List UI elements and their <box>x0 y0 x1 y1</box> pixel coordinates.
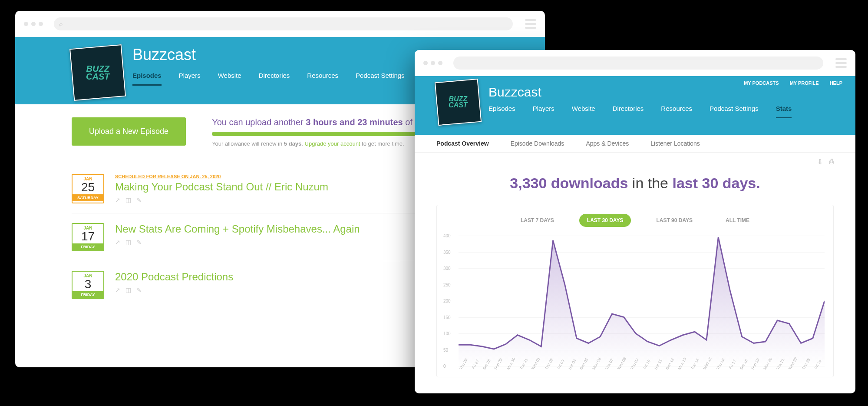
y-tick-label: 150 <box>443 315 451 319</box>
browser-titlebar <box>415 50 855 76</box>
share-icon[interactable]: ↗ <box>115 239 120 246</box>
y-tick-label: 100 <box>443 331 451 336</box>
subtab-episode-downloads[interactable]: Episode Downloads <box>511 140 564 147</box>
downloads-chart-card: LAST 7 DAYS LAST 30 DAYS LAST 90 DAYS AL… <box>436 205 834 377</box>
upgrade-link[interactable]: Upgrade your account <box>305 140 360 147</box>
tab-podcast-settings[interactable]: Podcast Settings <box>710 105 759 118</box>
stats-headline: 3,330 downloads in the last 30 days. <box>415 166 855 205</box>
window-dot[interactable] <box>24 22 28 26</box>
tab-episodes[interactable]: Episodes <box>488 105 515 118</box>
date-day: 17 <box>73 230 103 243</box>
headline-range: last 30 days. <box>672 175 760 191</box>
browser-titlebar: ⌕ <box>15 11 545 37</box>
edit-icon[interactable]: ✎ <box>136 196 142 203</box>
edit-icon[interactable]: ✎ <box>136 286 142 293</box>
tab-stats[interactable]: Stats <box>776 105 792 118</box>
chart-utilities: ⇩ ⎙ <box>415 153 855 166</box>
y-tick-label: 300 <box>443 266 451 271</box>
share-icon[interactable]: ↗ <box>115 286 120 293</box>
window-controls <box>423 61 442 65</box>
stats-icon[interactable]: ◫ <box>125 196 131 203</box>
date-weekday: FRIDAY <box>73 243 103 250</box>
window-dot[interactable] <box>39 22 43 26</box>
print-icon[interactable]: ⎙ <box>829 158 834 166</box>
allowance-amount: 3 hours and 23 minutes <box>306 117 403 127</box>
url-bar[interactable] <box>453 57 823 70</box>
y-tick-label: 350 <box>443 250 451 254</box>
allowance-prefix: You can upload another <box>212 117 306 127</box>
episode-title[interactable]: 2020 Podcast Predictions <box>115 271 434 283</box>
range-90-days[interactable]: LAST 90 DAYS <box>648 214 700 227</box>
renew-days: 5 days <box>284 140 301 147</box>
tab-players[interactable]: Players <box>179 72 201 86</box>
search-icon: ⌕ <box>59 20 63 27</box>
upload-episode-button[interactable]: Upload a New Episode <box>72 117 186 146</box>
renew-mid: . <box>301 140 304 147</box>
date-weekday: FRIDAY <box>73 291 103 298</box>
downloads-chart: 050100150200250300350400 <box>459 236 825 366</box>
link-my-profile[interactable]: MY PROFILE <box>790 80 819 86</box>
window-controls <box>24 22 43 26</box>
tab-directories[interactable]: Directories <box>613 105 644 118</box>
tab-episodes[interactable]: Episodes <box>132 72 162 86</box>
podcast-artwork: BUZZCAST <box>435 79 482 126</box>
subtab-listener-locations[interactable]: Listener Locations <box>650 140 700 147</box>
link-help[interactable]: HELP <box>830 80 842 86</box>
tab-directories[interactable]: Directories <box>259 72 290 86</box>
y-tick-label: 200 <box>443 299 451 303</box>
tab-resources[interactable]: Resources <box>661 105 692 118</box>
range-7-days[interactable]: LAST 7 DAYS <box>513 214 562 227</box>
y-tick-label: 0 <box>443 364 446 369</box>
account-links: MY PODCASTS MY PROFILE HELP <box>744 80 842 86</box>
episode-title[interactable]: New Stats Are Coming + Spotify Misbehave… <box>115 223 434 235</box>
podcast-title: Buzzcast <box>488 85 838 100</box>
share-icon[interactable]: ↗ <box>115 196 120 203</box>
y-tick-label: 250 <box>443 282 451 287</box>
window-dot[interactable] <box>438 61 442 65</box>
date-day: 3 <box>73 278 103 290</box>
subtab-apps-devices[interactable]: Apps & Devices <box>586 140 629 147</box>
url-bar[interactable]: ⌕ <box>54 17 513 30</box>
stats-icon[interactable]: ◫ <box>125 286 131 293</box>
range-all-time[interactable]: ALL TIME <box>718 214 757 227</box>
episode-date: JAN 3 FRIDAY <box>72 271 104 299</box>
tab-resources[interactable]: Resources <box>307 72 338 86</box>
download-icon[interactable]: ⇩ <box>817 158 823 166</box>
menu-icon[interactable] <box>835 58 847 68</box>
subtab-overview[interactable]: Podcast Overview <box>436 140 489 147</box>
y-tick-label: 50 <box>443 347 448 352</box>
stats-subtabs: Podcast Overview Episode Downloads Apps … <box>415 135 855 153</box>
chart-x-labels: Thu 26Fri 27Sat 28Sun 29Mon 30Tue 31Wed … <box>459 368 825 373</box>
tab-website[interactable]: Website <box>218 72 241 86</box>
stats-icon[interactable]: ◫ <box>125 239 131 246</box>
podcast-artwork: BUZZCAST <box>69 44 126 101</box>
link-my-podcasts[interactable]: MY PODCASTS <box>744 80 779 86</box>
episode-date: JAN 25 SATURDAY <box>72 174 104 203</box>
podcast-banner: MY PODCASTS MY PROFILE HELP BUZZCAST Buz… <box>415 76 855 135</box>
headline-mid: in the <box>628 175 672 191</box>
renew-prefix: Your allowance will renew in <box>212 140 284 147</box>
date-day: 25 <box>73 181 103 193</box>
scheduled-label: SCHEDULED FOR RELEASE ON JAN. 25, 2020 <box>115 174 434 179</box>
window-dot[interactable] <box>423 61 428 65</box>
episode-date: JAN 17 FRIDAY <box>72 223 104 251</box>
download-count: 3,330 <box>510 175 547 191</box>
renew-suffix: to get more time. <box>360 140 404 147</box>
episode-title[interactable]: Making Your Podcast Stand Out // Eric Nu… <box>115 181 434 193</box>
window-dot[interactable] <box>31 22 36 26</box>
y-tick-label: 400 <box>443 233 451 238</box>
range-30-days[interactable]: LAST 30 DAYS <box>579 214 631 227</box>
window-dot[interactable] <box>431 61 435 65</box>
date-weekday: SATURDAY <box>73 194 103 201</box>
menu-icon[interactable] <box>525 19 536 29</box>
tab-players[interactable]: Players <box>533 105 554 118</box>
tab-website[interactable]: Website <box>572 105 595 118</box>
range-selector: LAST 7 DAYS LAST 30 DAYS LAST 90 DAYS AL… <box>441 214 829 227</box>
stats-window: MY PODCASTS MY PROFILE HELP BUZZCAST Buz… <box>415 50 855 393</box>
tab-podcast-settings[interactable]: Podcast Settings <box>356 72 405 86</box>
edit-icon[interactable]: ✎ <box>136 239 142 246</box>
main-tabs: Episodes Players Website Directories Res… <box>488 105 838 118</box>
headline-word-downloads: downloads <box>547 175 628 191</box>
